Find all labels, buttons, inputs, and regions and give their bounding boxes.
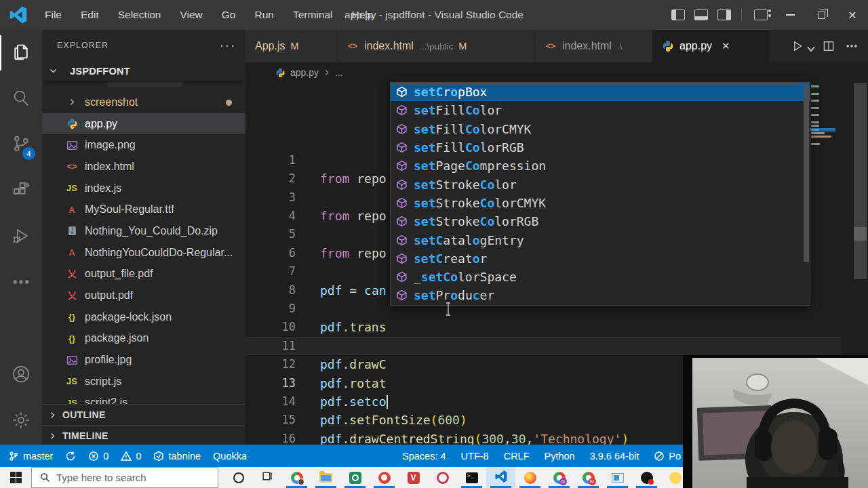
timeline-section[interactable]: TIMELINE (42, 425, 245, 445)
taskbar-mail[interactable] (603, 467, 632, 488)
split-editor-icon[interactable] (822, 39, 835, 53)
file-item-output-file-pdf[interactable]: output_file.pdf (42, 264, 245, 285)
menu-edit[interactable]: Edit (74, 6, 106, 24)
taskbar-vscode[interactable] (486, 467, 515, 488)
status-crlf[interactable]: CRLF (504, 451, 530, 462)
file-item-image-png[interactable]: image.png (42, 134, 245, 156)
code-line-12[interactable]: 12 pdf.rotat (245, 318, 868, 336)
menu-file[interactable]: File (38, 6, 68, 24)
file-item-index-html[interactable]: <>index.html (42, 156, 245, 178)
taskbar-file-explorer[interactable] (311, 467, 340, 488)
suggestion-setStrokeColorCMYK[interactable]: setStrokeColorCMYK (391, 194, 810, 212)
minimap[interactable] (811, 85, 833, 180)
run-python-button[interactable] (791, 39, 812, 53)
file-item-script-js[interactable]: JSscript.js (42, 371, 245, 392)
status-utf-8[interactable]: UTF-8 (461, 451, 489, 462)
more-actions-icon[interactable] (845, 39, 859, 53)
status-python[interactable]: Python (545, 451, 575, 462)
status-sync[interactable] (65, 451, 76, 462)
toggle-panel-icon[interactable] (694, 9, 708, 20)
customize-layout-icon[interactable] (754, 9, 768, 20)
file-item-output-pdf[interactable]: output.pdf (42, 285, 245, 306)
vivaldi-icon: V (408, 472, 420, 484)
suggestion-setProducer[interactable]: setProducer (391, 286, 810, 304)
suggestion-setCropBox[interactable]: setCropBox (391, 83, 810, 101)
tab-index.html[interactable]: <>index.html ...\public M (337, 30, 535, 62)
status-quokka[interactable]: Quokka (213, 451, 247, 462)
activity-settings[interactable] (0, 399, 42, 445)
tab-App.js[interactable]: App.js M (245, 30, 337, 62)
taskbar-search-box[interactable]: Type here to search (31, 467, 218, 488)
menu-go[interactable]: Go (215, 6, 243, 24)
tab-index.html[interactable]: <>index.html .\ (535, 30, 652, 62)
status-0[interactable]: 0 (88, 451, 108, 462)
taskbar-vivaldi[interactable]: V (399, 467, 428, 488)
suggestion-setPageCompression[interactable]: setPageCompression (391, 157, 810, 175)
taskbar-task-view[interactable] (253, 467, 282, 488)
suggestion-_setColorSpace[interactable]: _setColorSpace (391, 268, 810, 286)
file-item-index-js[interactable]: JSindex.js (42, 178, 245, 199)
activity-search[interactable] (0, 76, 42, 122)
taskbar-notify-dot[interactable] (632, 467, 661, 488)
suggestion-setStrokeColorRGB[interactable]: setStrokeColorRGB (391, 212, 810, 230)
suggest-scrollbar[interactable] (804, 85, 809, 262)
outline-section[interactable]: OUTLINE (42, 404, 245, 425)
file-item-screenshot[interactable]: screenshot (42, 92, 245, 113)
minimize-button[interactable] (774, 0, 806, 30)
breadcrumb[interactable]: app.py ... (245, 62, 868, 83)
activity-more[interactable] (0, 260, 42, 306)
status-master[interactable]: master (8, 451, 53, 462)
suggestion-setFillColor[interactable]: setFillColor (391, 101, 810, 119)
file-label: package-lock.json (85, 311, 172, 323)
activity-explorer[interactable] (0, 30, 42, 76)
taskbar-person-app[interactable] (370, 467, 399, 488)
restore-button[interactable] (806, 0, 837, 30)
file-item-nothing-you-could-do-zip[interactable]: Nothing_You_Could_Do.zip (42, 220, 245, 242)
activity-run-debug[interactable] (0, 214, 42, 260)
suggestion-setStrokeColor[interactable]: setStrokeColor (391, 175, 810, 193)
menu-selection[interactable]: Selection (111, 6, 168, 24)
taskbar-chrome-g[interactable]: G (545, 467, 574, 488)
taskbar-terminal[interactable]: >_ (457, 467, 486, 488)
taskbar-chrome[interactable] (282, 467, 311, 488)
tab-app.py[interactable]: app.py ✕ (652, 30, 770, 62)
suggestion-setFillColorCMYK[interactable]: setFillColorCMYK (391, 120, 810, 138)
taskbar-chrome-n[interactable]: N (574, 467, 603, 488)
close-tab-icon[interactable]: ✕ (722, 40, 730, 52)
activity-extensions[interactable] (0, 168, 42, 214)
menu-view[interactable]: View (173, 6, 209, 24)
editor-scrollbar[interactable] (854, 83, 867, 279)
task-view-icon (262, 470, 273, 485)
code-line-13[interactable]: 13 pdf.setco (245, 337, 868, 355)
taskbar-opera[interactable] (428, 467, 457, 488)
file-item-script2-js[interactable]: JSscript2.js (42, 392, 245, 404)
file-item-profile-jpg[interactable]: profile.jpg (42, 349, 245, 371)
file-item-mysoul-regular-ttf[interactable]: AMySoul-Regular.ttf (42, 199, 245, 220)
toggle-sidebar-icon[interactable] (671, 9, 685, 20)
taskbar-cortana[interactable] (224, 467, 253, 488)
status-3-9-6-64-bit[interactable]: 3.9.6 64-bit (590, 451, 639, 462)
toggle-secondary-sidebar-icon[interactable] (717, 9, 731, 20)
file-item-app-py[interactable]: app.py (42, 113, 245, 135)
close-button[interactable]: ✕ (837, 0, 868, 30)
status-tabnine[interactable]: tabnine (153, 451, 201, 462)
suggestion-setCatalogEntry[interactable]: setCatalogEntry (391, 230, 810, 249)
menu-terminal[interactable]: Terminal (286, 6, 340, 24)
start-button[interactable] (0, 467, 31, 488)
explorer-root-folder[interactable]: JSPDFFONT (42, 61, 245, 81)
suggestion-setCreator[interactable]: setCreator (391, 249, 810, 268)
file-item-package-json[interactable]: {}package.json (42, 328, 245, 350)
menu-run[interactable]: Run (248, 6, 280, 24)
activity-account[interactable] (0, 352, 42, 399)
status-po[interactable]: Po (654, 451, 681, 462)
suggestion-setFillColorRGB[interactable]: setFillColorRGB (391, 138, 810, 157)
minimap-line (811, 132, 825, 134)
status-spaces-4[interactable]: Spaces: 4 (402, 451, 446, 462)
status-0[interactable]: 0 (121, 451, 141, 462)
taskbar-green-app[interactable] (340, 467, 370, 488)
explorer-more-actions-icon[interactable]: ··· (220, 39, 236, 53)
activity-source-control[interactable]: 4 (0, 122, 42, 168)
taskbar-firefox[interactable] (515, 467, 545, 488)
file-item-nothingyoucoulddo-regular-[interactable]: ANothingYouCouldDo-Regular... (42, 242, 245, 264)
file-item-package-lock-json[interactable]: {}package-lock.json (42, 306, 245, 328)
